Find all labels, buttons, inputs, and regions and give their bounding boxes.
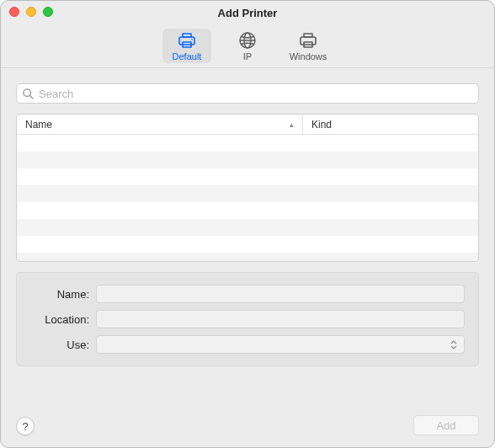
list-body[interactable] (17, 135, 478, 261)
list-row (17, 168, 478, 185)
select-stepper-icon (447, 338, 460, 351)
column-kind-label: Kind (311, 119, 332, 131)
tab-windows[interactable]: Windows (284, 29, 333, 63)
list-row (17, 219, 478, 236)
help-button[interactable]: ? (16, 417, 35, 435)
close-icon[interactable] (9, 7, 19, 17)
title-bar: Add Printer (1, 1, 494, 24)
location-label: Location: (30, 313, 89, 326)
list-row (17, 202, 478, 219)
add-button[interactable]: Add (413, 415, 479, 435)
form-row-location: Location: (30, 310, 465, 328)
name-label: Name: (30, 288, 89, 301)
printer-outline-icon (296, 31, 320, 50)
use-label: Use: (30, 339, 89, 351)
tab-default-label: Default (173, 51, 202, 61)
add-printer-window: Add Printer Default (0, 0, 495, 448)
add-button-label: Add (436, 419, 455, 432)
list-row (17, 185, 478, 202)
list-row (17, 236, 478, 253)
tab-default[interactable]: Default (162, 29, 211, 63)
list-row (17, 135, 478, 152)
column-name[interactable]: Name ▴ (17, 115, 303, 134)
globe-icon (236, 31, 259, 50)
list-header: Name ▴ Kind (17, 115, 478, 135)
location-field[interactable] (96, 310, 465, 328)
svg-rect-8 (304, 34, 312, 37)
svg-line-11 (30, 96, 33, 99)
column-name-label: Name (25, 119, 52, 131)
tab-ip[interactable]: IP (223, 29, 272, 63)
column-kind[interactable]: Kind (303, 115, 478, 134)
printer-icon (175, 31, 199, 50)
search-input[interactable] (39, 88, 473, 100)
svg-point-3 (191, 39, 193, 40)
zoom-icon[interactable] (43, 7, 53, 17)
help-icon: ? (22, 420, 28, 433)
sort-ascending-icon: ▴ (290, 120, 294, 129)
svg-rect-0 (179, 37, 194, 45)
search-icon (22, 88, 35, 100)
toolbar: Default IP Windo (1, 24, 494, 68)
svg-rect-7 (301, 37, 316, 45)
body-panel: Name ▴ Kind Name: (1, 68, 494, 408)
tab-windows-label: Windows (290, 51, 327, 61)
list-row (17, 253, 478, 262)
name-field[interactable] (96, 285, 465, 303)
printer-list: Name ▴ Kind (16, 114, 479, 262)
svg-rect-1 (183, 34, 191, 37)
footer: ? Add (1, 408, 494, 447)
form-row-name: Name: (30, 285, 465, 303)
search-field[interactable] (16, 83, 479, 104)
form-row-use: Use: (30, 335, 465, 354)
minimize-icon[interactable] (26, 7, 36, 17)
window-title: Add Printer (218, 7, 278, 19)
list-row (17, 152, 478, 168)
traffic-lights (9, 7, 53, 17)
details-form: Name: Location: Use: (16, 272, 479, 366)
tab-ip-label: IP (243, 51, 252, 61)
use-select[interactable] (96, 335, 465, 354)
